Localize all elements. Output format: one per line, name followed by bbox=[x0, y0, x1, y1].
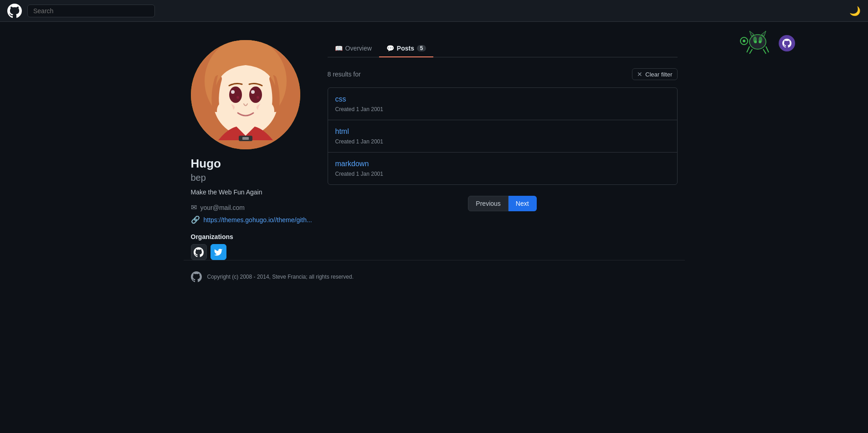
overview-icon: 📖 bbox=[335, 45, 343, 52]
main-content: 📖 Overview 💬 Posts 5 8 results for ✕ Cle… bbox=[328, 40, 678, 260]
svg-line-12 bbox=[763, 49, 766, 54]
svg-point-1 bbox=[743, 40, 745, 42]
display-name: Hugo bbox=[191, 157, 309, 171]
navbar-right: 🌙 bbox=[849, 5, 861, 16]
user-meta: ✉ your@mail.com 🔗 https://themes.gohugo.… bbox=[191, 203, 309, 224]
profile-layout: Hugo bep Make the Web Fun Again ✉ your@m… bbox=[191, 40, 678, 260]
search-input[interactable] bbox=[27, 5, 155, 17]
organizations-label: Organizations bbox=[191, 233, 309, 240]
svg-point-16 bbox=[229, 87, 242, 103]
post-title-css[interactable]: css bbox=[335, 95, 670, 103]
theme-toggle-icon[interactable]: 🌙 bbox=[849, 5, 861, 16]
footer-github-logo bbox=[191, 271, 202, 282]
svg-line-9 bbox=[747, 46, 750, 52]
tab-posts[interactable]: 💬 Posts 5 bbox=[379, 40, 433, 57]
email-meta: ✉ your@mail.com bbox=[191, 203, 309, 212]
table-row: css Created 1 Jan 2001 bbox=[328, 88, 677, 120]
org-twitter[interactable] bbox=[211, 244, 226, 260]
cat-icon bbox=[739, 27, 775, 59]
email-icon: ✉ bbox=[191, 203, 197, 212]
sidebar: Hugo bep Make the Web Fun Again ✉ your@m… bbox=[191, 40, 309, 260]
results-header: 8 results for ✕ Clear filter bbox=[328, 68, 678, 80]
github-logo[interactable] bbox=[7, 4, 22, 18]
post-title-html[interactable]: html bbox=[335, 127, 670, 136]
footer-copyright: Copyright (c) 2008 - 2014, Steve Francia… bbox=[207, 274, 354, 280]
clear-filter-button[interactable]: ✕ Clear filter bbox=[632, 68, 677, 80]
svg-point-26 bbox=[217, 102, 233, 120]
pagination: Previous Next bbox=[328, 196, 678, 211]
table-row: markdown Created 1 Jan 2001 bbox=[328, 153, 677, 184]
previous-button[interactable]: Previous bbox=[468, 196, 508, 211]
post-meta-markdown: Created 1 Jan 2001 bbox=[335, 171, 670, 177]
post-title-markdown[interactable]: markdown bbox=[335, 160, 670, 168]
user-bio: Make the Web Fun Again bbox=[191, 188, 309, 196]
tabs: 📖 Overview 💬 Posts 5 bbox=[328, 40, 678, 57]
email-value: your@mail.com bbox=[200, 204, 245, 211]
clear-filter-label: Clear filter bbox=[645, 71, 672, 78]
decorative-icons bbox=[739, 27, 795, 59]
tab-overview-label: Overview bbox=[345, 45, 372, 52]
user-handle: bep bbox=[191, 173, 309, 183]
navbar: 🌙 bbox=[0, 0, 868, 22]
clear-filter-x-icon: ✕ bbox=[637, 71, 642, 78]
svg-rect-25 bbox=[242, 137, 249, 140]
org-github[interactable] bbox=[191, 244, 207, 260]
tab-overview[interactable]: 📖 Overview bbox=[328, 40, 379, 57]
svg-point-18 bbox=[231, 90, 235, 94]
footer: Copyright (c) 2008 - 2014, Steve Francia… bbox=[0, 260, 868, 293]
results-count: 8 results for bbox=[328, 71, 361, 78]
svg-line-10 bbox=[766, 46, 769, 52]
post-list: css Created 1 Jan 2001 html Created 1 Ja… bbox=[328, 87, 678, 185]
table-row: html Created 1 Jan 2001 bbox=[328, 120, 677, 153]
avatar-image bbox=[191, 40, 300, 149]
next-button[interactable]: Next bbox=[508, 196, 537, 211]
tab-posts-label: Posts bbox=[397, 45, 414, 52]
website-link[interactable]: https://themes.gohugo.io//theme/gith... bbox=[204, 216, 312, 224]
post-meta-html: Created 1 Jan 2001 bbox=[335, 138, 670, 145]
svg-point-7 bbox=[754, 41, 757, 43]
svg-point-20 bbox=[236, 96, 239, 99]
website-meta: 🔗 https://themes.gohugo.io//theme/gith..… bbox=[191, 215, 309, 224]
posts-badge: 5 bbox=[417, 45, 426, 51]
svg-point-2 bbox=[750, 35, 766, 49]
svg-point-17 bbox=[249, 87, 262, 103]
svg-point-27 bbox=[258, 102, 274, 120]
svg-point-21 bbox=[257, 96, 259, 99]
organizations-section: Organizations bbox=[191, 233, 309, 260]
post-meta-css: Created 1 Jan 2001 bbox=[335, 106, 670, 112]
posts-icon: 💬 bbox=[386, 45, 394, 52]
svg-line-11 bbox=[750, 49, 752, 54]
user-avatar-circle[interactable] bbox=[779, 35, 795, 51]
avatar bbox=[191, 40, 300, 149]
svg-point-19 bbox=[251, 90, 255, 94]
svg-point-8 bbox=[759, 41, 761, 43]
page-wrapper: Hugo bep Make the Web Fun Again ✉ your@m… bbox=[184, 22, 685, 260]
link-icon: 🔗 bbox=[191, 215, 200, 224]
organizations-list bbox=[191, 244, 309, 260]
